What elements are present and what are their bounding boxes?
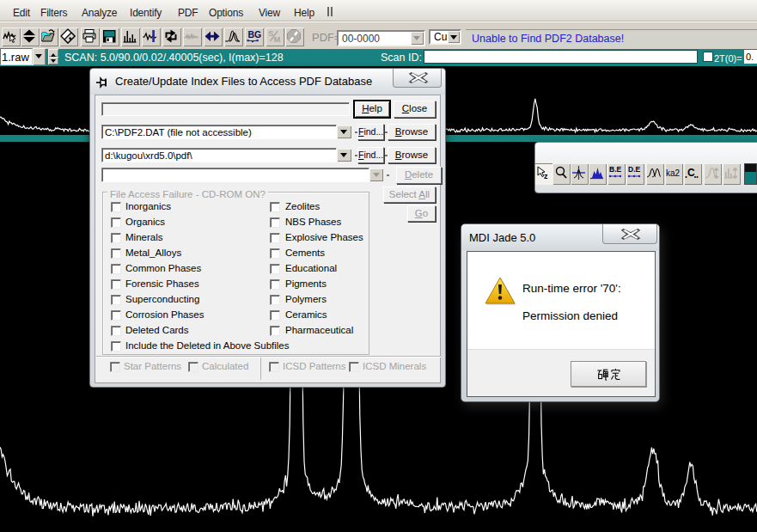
svg-text:BG: BG	[248, 29, 262, 40]
svg-text:C: C	[687, 167, 695, 179]
svg-text:M: M	[274, 34, 281, 44]
svg-text:z: z	[544, 172, 548, 180]
svg-text:S: S	[268, 28, 273, 38]
svg-text:D.E: D.E	[628, 165, 641, 174]
svg-text:ka2: ka2	[666, 168, 681, 178]
svg-text:B.E: B.E	[609, 165, 622, 174]
